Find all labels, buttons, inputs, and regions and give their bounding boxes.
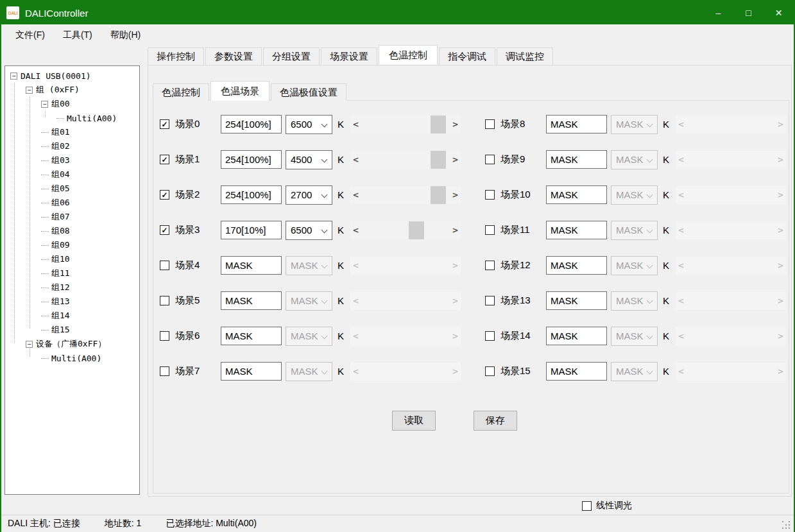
menu-file[interactable]: 文件(F): [6, 26, 54, 44]
tree-node[interactable]: Multi(A00): [5, 351, 139, 365]
tree-node[interactable]: 组01: [5, 125, 139, 139]
tree-node-label[interactable]: 组11: [51, 268, 70, 279]
scene-checkbox[interactable]: [160, 331, 169, 341]
tab-color-temp-control[interactable]: 色温控制: [379, 45, 438, 65]
tab-scene-settings[interactable]: 场景设置: [321, 47, 377, 65]
scroll-right-icon[interactable]: >: [450, 116, 461, 133]
scene-value-input[interactable]: [221, 150, 282, 169]
tree-node-label[interactable]: DALI USB(0001): [21, 71, 91, 81]
scene-value-input[interactable]: [221, 362, 282, 381]
tree-node[interactable]: 组06: [5, 196, 139, 210]
scene-value-input[interactable]: [546, 115, 607, 133]
scene-value-input[interactable]: [546, 291, 607, 310]
tree-node[interactable]: 组11: [5, 266, 139, 280]
scroll-left-icon[interactable]: <: [350, 151, 361, 169]
tree-expander-icon[interactable]: −: [26, 87, 33, 94]
scene-checkbox[interactable]: [485, 225, 495, 235]
menu-help[interactable]: 帮助(H): [101, 26, 150, 44]
tab-command-debug[interactable]: 指令调试: [439, 47, 495, 65]
tree-node[interactable]: −DALI USB(0001): [5, 69, 139, 83]
tree-node[interactable]: 组10: [5, 252, 139, 266]
tree-node-label[interactable]: 组13: [51, 296, 70, 307]
scroll-right-icon[interactable]: >: [450, 186, 461, 204]
scene-checkbox[interactable]: ✓: [160, 225, 169, 235]
scene-value-input[interactable]: [221, 291, 282, 310]
tree-expander-icon[interactable]: −: [10, 73, 17, 80]
tree-node-label[interactable]: 组00: [51, 98, 70, 110]
tree-node[interactable]: 组03: [5, 153, 139, 167]
tree-node[interactable]: 组14: [5, 309, 139, 323]
tree-node[interactable]: 组12: [5, 280, 139, 295]
tree-node-label[interactable]: 组07: [51, 211, 70, 223]
scene-value-input[interactable]: [221, 185, 282, 204]
close-button[interactable]: ✕: [764, 1, 794, 24]
tree-node[interactable]: 组02: [5, 139, 139, 153]
tree-node[interactable]: 组09: [5, 238, 139, 252]
scene-checkbox[interactable]: [485, 331, 495, 341]
tree-expander-icon[interactable]: −: [41, 101, 48, 108]
tree-node-label[interactable]: 组02: [51, 141, 70, 152]
subtab-color-temp-control[interactable]: 色温控制: [153, 83, 209, 101]
linear-dimming-checkbox[interactable]: [582, 501, 592, 511]
scroll-right-icon[interactable]: >: [450, 221, 461, 239]
tree-node-label[interactable]: 组04: [51, 169, 70, 180]
tree-node[interactable]: 组05: [5, 182, 139, 196]
scene-checkbox[interactable]: ✓: [160, 190, 169, 200]
tree-node-label[interactable]: 组01: [51, 126, 70, 138]
scene-value-input[interactable]: [546, 221, 607, 239]
scene-value-input[interactable]: [546, 362, 607, 381]
tree-node-label[interactable]: 组03: [51, 155, 70, 166]
read-button[interactable]: 读取: [392, 411, 436, 431]
scrollbar-thumb[interactable]: [431, 151, 446, 169]
tree-node-label[interactable]: 组 (0xFF): [36, 84, 80, 96]
tree-node-label[interactable]: 组06: [51, 197, 70, 209]
tree-node-label[interactable]: Multi(A00): [67, 114, 117, 123]
scene-value-input[interactable]: [546, 256, 607, 275]
scene-temp-dropdown[interactable]: 6500: [286, 221, 332, 240]
tree-node[interactable]: 组07: [5, 210, 139, 224]
scroll-right-icon[interactable]: >: [450, 151, 461, 169]
tab-parameter-settings[interactable]: 参数设置: [205, 47, 262, 65]
tree-node-label[interactable]: 组10: [51, 253, 70, 265]
scene-temp-scrollbar[interactable]: <>: [350, 151, 461, 169]
tab-debug-monitor[interactable]: 调试监控: [497, 47, 553, 65]
scene-checkbox[interactable]: [485, 261, 495, 270]
scene-checkbox[interactable]: [160, 261, 169, 270]
subtab-color-temp-scene[interactable]: 色温场景: [210, 81, 269, 101]
subtab-color-temp-limits[interactable]: 色温极值设置: [271, 83, 346, 101]
scene-checkbox[interactable]: [485, 190, 495, 200]
scene-checkbox[interactable]: ✓: [160, 119, 169, 129]
tree-expander-icon[interactable]: −: [26, 341, 33, 348]
resize-grip-icon[interactable]: [782, 521, 790, 529]
scene-value-input[interactable]: [221, 256, 282, 275]
tree-node[interactable]: 组13: [5, 295, 139, 309]
scene-checkbox[interactable]: [485, 366, 495, 376]
scene-value-input[interactable]: [546, 150, 607, 169]
tree-node[interactable]: Multi(A00): [5, 111, 139, 125]
tree-node[interactable]: −设备（广播0xFF）: [5, 337, 139, 351]
tree-node[interactable]: 组08: [5, 224, 139, 238]
tree-node-label[interactable]: 组12: [51, 282, 70, 293]
tree-node[interactable]: 组04: [5, 167, 139, 182]
scene-checkbox[interactable]: [485, 119, 495, 129]
scene-checkbox[interactable]: [160, 366, 169, 376]
tree-node[interactable]: −组 (0xFF): [5, 83, 139, 97]
scene-checkbox[interactable]: [485, 155, 495, 164]
scene-value-input[interactable]: [221, 115, 282, 133]
scene-value-input[interactable]: [221, 327, 282, 345]
tree-node-label[interactable]: 组14: [51, 310, 70, 322]
scene-checkbox[interactable]: [485, 296, 495, 305]
scene-temp-scrollbar[interactable]: <>: [350, 221, 461, 239]
tree-node[interactable]: −组00: [5, 97, 139, 111]
scene-temp-dropdown[interactable]: 2700: [286, 185, 332, 205]
scene-temp-scrollbar[interactable]: <>: [350, 116, 461, 133]
scroll-left-icon[interactable]: <: [350, 221, 361, 239]
tab-group-settings[interactable]: 分组设置: [263, 47, 320, 65]
scene-checkbox[interactable]: ✓: [160, 155, 169, 164]
scrollbar-thumb[interactable]: [431, 116, 446, 133]
scene-checkbox[interactable]: [160, 296, 169, 305]
scroll-left-icon[interactable]: <: [350, 116, 361, 133]
save-button[interactable]: 保存: [474, 411, 517, 431]
minimize-button[interactable]: –: [703, 1, 733, 24]
scene-value-input[interactable]: [546, 327, 607, 345]
